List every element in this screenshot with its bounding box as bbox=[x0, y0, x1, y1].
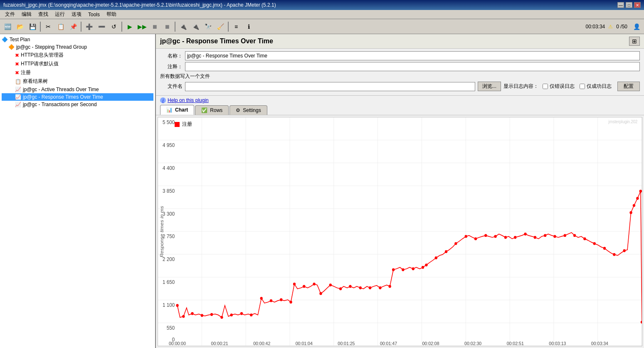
toolbar-counter: 0 /50 bbox=[616, 24, 627, 30]
svg-point-42 bbox=[303, 285, 305, 288]
error-log-checkbox[interactable] bbox=[543, 84, 548, 89]
tree-label-thread-group: jp@gc - Stepping Thread Group bbox=[16, 44, 87, 50]
toolbar-info[interactable]: ℹ bbox=[243, 21, 254, 32]
chart-tab-label: Chart bbox=[175, 107, 188, 113]
toolbar: 🆕 📂 💾 ✂ 📋 📌 ➕ ➖ ↺ ▶ ▶▶ ⏹ ⏹ 🔌 🔌 🔭 🧹 ≡ ℹ 0… bbox=[0, 19, 644, 34]
menu-run[interactable]: 运行 bbox=[52, 10, 68, 19]
comment-input[interactable] bbox=[185, 62, 640, 71]
menu-options[interactable]: 送项 bbox=[68, 10, 85, 19]
success-log-checkbox[interactable] bbox=[580, 84, 585, 89]
tree-item-active-threads[interactable]: 📈 jp@gc - Active Threads Over Time bbox=[2, 86, 153, 93]
filename-row: 文件名 浏览... 显示日志内容： 仅错误日志 仅成功日志 bbox=[160, 82, 640, 91]
svg-point-61 bbox=[474, 238, 476, 240]
tree-icon-test-plan: 🔷 bbox=[2, 37, 8, 42]
tree-item-view-results[interactable]: 📋 察看结果树 bbox=[2, 77, 153, 86]
svg-text:00:01:25: 00:01:25 bbox=[338, 341, 355, 346]
all-data-section: 所有数据写入一个文件 bbox=[160, 73, 640, 80]
tree-label-response-times: jp@gc - Response Times Over Time bbox=[23, 94, 103, 100]
menu-help[interactable]: 帮助 bbox=[103, 10, 120, 19]
svg-point-32 bbox=[210, 313, 212, 316]
menu-file[interactable]: 文件 bbox=[2, 10, 18, 19]
svg-point-70 bbox=[564, 234, 566, 237]
tree-item-register[interactable]: ✖ 注册 bbox=[2, 68, 153, 77]
toolbar-separator-2 bbox=[81, 22, 81, 32]
tree-label-active-threads: jp@gc - Active Threads Over Time bbox=[23, 87, 99, 92]
toolbar-save[interactable]: 💾 bbox=[27, 21, 38, 32]
toolbar-remote-start[interactable]: 🔌 bbox=[177, 21, 189, 32]
tree-item-http-header[interactable]: ✖ HTTP信息头管理器 bbox=[2, 51, 153, 60]
svg-point-68 bbox=[544, 234, 546, 237]
svg-point-44 bbox=[320, 292, 322, 295]
toolbar-add[interactable]: ➕ bbox=[83, 21, 95, 32]
svg-point-74 bbox=[603, 247, 605, 250]
error-log-text: 仅错误日志 bbox=[550, 83, 575, 90]
maximize-button[interactable]: □ bbox=[626, 2, 632, 8]
tree-panel: 🔷 Test Plan 🔶 jp@gc - Stepping Thread Gr… bbox=[0, 34, 156, 348]
panel-header: jp@gc - Response Times Over Time ⊞ bbox=[156, 34, 644, 49]
toolbar-clear[interactable]: 🧹 bbox=[215, 21, 226, 32]
tree-item-http-defaults[interactable]: ✖ HTTP请求默认值 bbox=[2, 60, 153, 68]
rows-tab-label: Rows bbox=[210, 107, 222, 113]
toolbar-stop-now[interactable]: ⏹ bbox=[161, 21, 173, 32]
toolbar-right: 00:03:34 ⚠ 0 /50 👤 bbox=[586, 21, 642, 32]
name-input[interactable] bbox=[185, 51, 640, 60]
name-row: 名称： bbox=[160, 51, 640, 60]
tree-item-thread-group[interactable]: 🔶 jp@gc - Stepping Thread Group bbox=[2, 43, 153, 51]
expand-button[interactable]: ⊞ bbox=[629, 37, 640, 46]
tree-icon-thread-group: 🔶 bbox=[8, 44, 15, 50]
tree-icon-active-threads: 📈 bbox=[15, 87, 21, 92]
browse-button[interactable]: 浏览... bbox=[478, 82, 501, 91]
toolbar-open[interactable]: 📂 bbox=[14, 21, 26, 32]
toolbar-start[interactable]: ▶ bbox=[124, 21, 136, 32]
settings-tab-label: Settings bbox=[243, 107, 261, 113]
svg-point-51 bbox=[389, 285, 391, 288]
menu-tools[interactable]: Tools bbox=[85, 11, 103, 18]
tab-settings[interactable]: ⚙ Settings bbox=[229, 105, 267, 115]
help-link[interactable]: i Help on this plugin bbox=[156, 96, 644, 105]
svg-point-52 bbox=[392, 268, 394, 271]
error-log-label[interactable]: 仅错误日志 bbox=[543, 83, 575, 90]
menu-edit[interactable]: 编辑 bbox=[18, 10, 35, 19]
toolbar-new[interactable]: 🆕 bbox=[2, 21, 13, 32]
svg-point-45 bbox=[329, 284, 331, 286]
svg-text:00:01:47: 00:01:47 bbox=[380, 341, 397, 346]
toolbar-copy[interactable]: 📋 bbox=[55, 21, 67, 32]
settings-tab-icon: ⚙ bbox=[236, 107, 240, 113]
menu-search[interactable]: 查找 bbox=[35, 10, 52, 19]
svg-point-79 bbox=[637, 197, 639, 200]
toolbar-stop[interactable]: ⏹ bbox=[149, 21, 160, 32]
tab-rows[interactable]: ✅ Rows bbox=[195, 105, 229, 115]
menubar: 文件 编辑 查找 运行 送项 Tools 帮助 bbox=[0, 10, 644, 19]
rows-tab-icon: ✅ bbox=[201, 107, 207, 113]
tree-item-transactions[interactable]: 📈 jp@gc - Transactions per Second bbox=[2, 101, 153, 108]
toolbar-paste[interactable]: 📌 bbox=[67, 21, 79, 32]
tab-chart[interactable]: 📊 Chart bbox=[160, 105, 194, 115]
svg-text:00:03:34: 00:03:34 bbox=[591, 341, 608, 346]
filename-input[interactable] bbox=[185, 82, 475, 91]
toolbar-remove[interactable]: ➖ bbox=[96, 21, 107, 32]
svg-text:00:02:08: 00:02:08 bbox=[422, 341, 439, 346]
svg-point-37 bbox=[260, 297, 262, 300]
svg-point-41 bbox=[293, 283, 295, 285]
toolbar-start-no-pause[interactable]: ▶▶ bbox=[136, 21, 148, 32]
svg-point-48 bbox=[359, 287, 361, 289]
svg-point-39 bbox=[280, 298, 282, 301]
svg-text:550: 550 bbox=[167, 325, 175, 331]
success-log-label[interactable]: 仅成功日志 bbox=[580, 83, 612, 90]
svg-point-66 bbox=[524, 233, 526, 235]
toolbar-list[interactable]: ≡ bbox=[230, 21, 242, 32]
svg-point-34 bbox=[230, 314, 232, 316]
minimize-button[interactable]: — bbox=[617, 2, 624, 8]
toolbar-binoculars[interactable]: 🔭 bbox=[202, 21, 214, 32]
toolbar-remote-start-all[interactable]: 🔌 bbox=[190, 21, 201, 32]
config-button[interactable]: 配置 bbox=[617, 82, 640, 91]
tree-item-test-plan[interactable]: 🔷 Test Plan bbox=[2, 36, 153, 43]
toolbar-cut[interactable]: ✂ bbox=[42, 21, 54, 32]
close-button[interactable]: ✕ bbox=[634, 2, 641, 8]
tree-item-response-times[interactable]: 📈 jp@gc - Response Times Over Time bbox=[2, 93, 153, 101]
tree-icon-register: ✖ bbox=[15, 70, 19, 76]
log-display-label: 显示日志内容： bbox=[503, 83, 538, 90]
tree-label-http-header: HTTP信息头管理器 bbox=[21, 52, 64, 59]
toolbar-profile[interactable]: 👤 bbox=[631, 21, 642, 32]
toolbar-reset[interactable]: ↺ bbox=[108, 21, 120, 32]
